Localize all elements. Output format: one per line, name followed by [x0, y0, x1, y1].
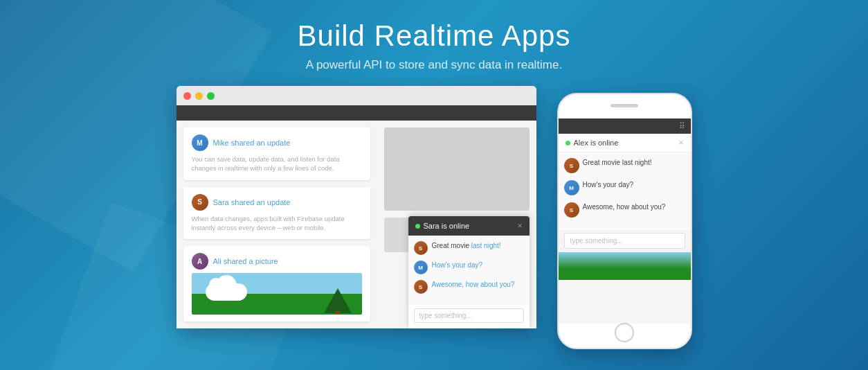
browser-titlebar	[177, 86, 536, 105]
feed-card-header-sara: S Sara shared an update	[192, 194, 362, 211]
phone-toolbar: ⠿	[559, 118, 691, 134]
phone-chat-close[interactable]: ×	[678, 138, 683, 148]
chat-popup-browser: Sara is online × S Great movie last nigh…	[408, 216, 530, 328]
browser-toolbar	[177, 105, 536, 121]
browser-dot-green	[207, 92, 215, 100]
chat-message-2: M How's your day?	[414, 261, 524, 274]
chat-input-browser[interactable]: type something...	[414, 308, 524, 323]
feed-card-mike: M Mike shared an update You can save dat…	[183, 127, 370, 180]
chat-avatar-2: M	[414, 261, 428, 274]
placeholder-image-1	[384, 127, 530, 211]
chat-popup-title: Sara is online	[424, 222, 470, 230]
online-dot	[415, 224, 420, 229]
phone-message-2: M How's your day?	[564, 180, 685, 195]
phone-avatar-3: S	[564, 202, 579, 218]
phone-message-3: S Awesome, how about you?	[564, 202, 685, 218]
page-wrapper: Build Realtime Apps A powerful API to st…	[0, 0, 868, 370]
phone-avatar-1: S	[564, 158, 579, 173]
hero-subtitle: A powerful API to store and sync data in…	[298, 58, 571, 72]
chat-messages-browser: S Great movie last night! M How's your d…	[408, 236, 530, 305]
chat-message-1: S Great movie last night!	[414, 241, 524, 255]
avatar-ali: A	[192, 253, 208, 270]
svg-rect-1	[336, 311, 340, 315]
feed-card-header-ali: A Ali shared a picture	[192, 253, 362, 270]
phone-text-3: Awesome, how about you?	[583, 202, 666, 212]
chat-text-3: Awesome, how about you?	[432, 280, 515, 289]
phone-chat-title: Alex is online	[574, 139, 619, 147]
browser-content: M Mike shared an update You can save dat…	[177, 121, 536, 328]
phone-screen: ⠿ Alex is online × S Great movie last ni…	[559, 118, 691, 324]
feed-text-sara: When data changes, apps built with Fireb…	[192, 214, 362, 233]
phone-text-1: Great movie last night!	[583, 158, 652, 168]
chat-avatar-3: S	[414, 280, 428, 294]
feed-card-sara: S Sara shared an update When data change…	[183, 187, 370, 240]
browser-mockup: M Mike shared an update You can save dat…	[177, 86, 536, 328]
phone-avatar-2: M	[564, 180, 579, 195]
right-panel: Sara is online × S Great movie last nigh…	[377, 121, 536, 328]
chat-popup-header: Sara is online ×	[408, 216, 530, 236]
feed-title-mike: Mike shared an update	[213, 139, 291, 147]
avatar-sara: S	[192, 194, 208, 211]
phone-speaker	[611, 104, 638, 107]
phone-input[interactable]: type something...	[564, 233, 685, 249]
phone-toolbar-icon: ⠿	[679, 121, 685, 131]
browser-dot-red	[183, 92, 191, 100]
chat-text-1: Great movie last night!	[432, 241, 501, 250]
chat-avatar-1: S	[414, 241, 428, 255]
feed-card-header-mike: M Mike shared an update	[192, 134, 362, 151]
phone-online-dot	[566, 141, 570, 146]
browser-dot-yellow	[195, 92, 203, 100]
feed-text-mike: You can save data, update data, and list…	[192, 155, 362, 173]
feed-panel: M Mike shared an update You can save dat…	[177, 121, 377, 328]
phone-mockup: ⠿ Alex is online × S Great movie last ni…	[557, 93, 692, 349]
phone-chat-header: Alex is online ×	[559, 134, 691, 152]
phone-text-2: How's your day?	[583, 180, 634, 190]
phone-messages: S Great movie last night! M How's your d…	[559, 152, 691, 230]
feed-card-ali: A Ali shared a picture	[183, 246, 370, 321]
chat-text-2: How's your day?	[432, 261, 483, 270]
feed-title-ali: Ali shared a picture	[213, 257, 278, 265]
avatar-mike: M	[192, 134, 208, 151]
chat-message-3: S Awesome, how about you?	[414, 280, 524, 294]
chat-close-button[interactable]: ×	[517, 221, 522, 231]
feed-image-ali	[192, 273, 362, 315]
phone-message-1: S Great movie last night!	[564, 158, 685, 173]
hero-section: Build Realtime Apps A powerful API to st…	[298, 19, 571, 72]
feed-title-sara: Sara shared an update	[213, 198, 291, 206]
phone-home-button[interactable]	[615, 323, 634, 342]
phone-bottom-image	[559, 252, 691, 280]
hero-title: Build Realtime Apps	[298, 19, 571, 53]
svg-marker-0	[324, 288, 352, 313]
devices-container: M Mike shared an update You can save dat…	[177, 86, 692, 349]
